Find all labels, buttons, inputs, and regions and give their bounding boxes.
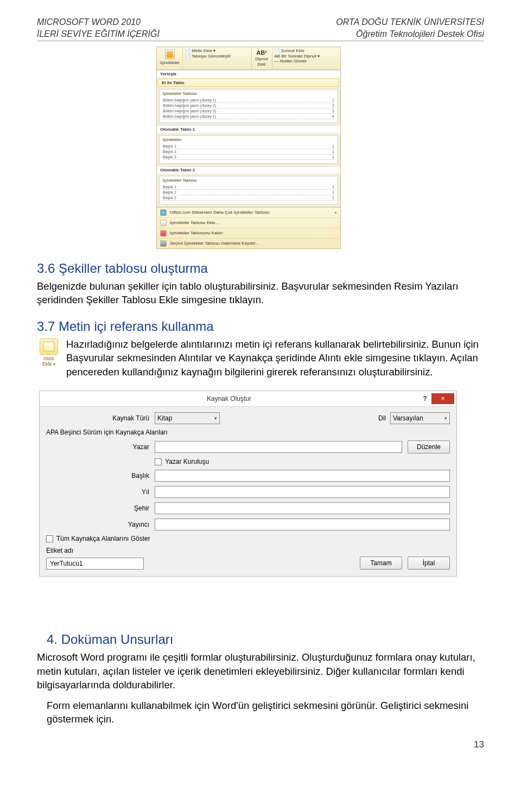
dd-footer-officecom[interactable]: Office.com Sitesinden Daha Çok İçindekil… [157, 207, 340, 218]
heading-4: 4. Doküman Unsurları [47, 632, 484, 647]
alinti-ekle-icon [40, 338, 58, 355]
dd-preview-auto2-title: İçindekiler Tablosu [163, 178, 334, 182]
page: MICROSOFT WORD 2010 İLERİ SEVİYE EĞİTİM … [0, 0, 521, 772]
chevron-down-icon: ▾ [214, 415, 217, 421]
header-right-line2: Öğretim Teknolojileri Destek Ofisi [336, 28, 484, 40]
toc-button[interactable]: İçindekiler [157, 47, 183, 69]
dil-value: Varsayılan [393, 414, 423, 422]
globe-icon [160, 209, 167, 216]
header-left-line1: MICROSOFT WORD 2010 [37, 16, 160, 28]
tabloyu-guncellestir-button[interactable]: 📄 Tabloyu Güncelleştir [185, 54, 249, 59]
ab-icon: AB¹ [255, 49, 269, 56]
duzenle-button[interactable]: Düzenle [408, 440, 450, 453]
tabloyu-guncellestir-label: Tabloyu Güncelleştir [192, 54, 231, 59]
p3l2n: 1 [332, 196, 334, 200]
dil-select[interactable]: Varsayılan▾ [390, 412, 450, 424]
yazar-input[interactable] [155, 441, 402, 453]
p1l0n: 1 [332, 98, 334, 102]
page-number: 13 [37, 739, 484, 750]
p2l2n: 1 [332, 155, 334, 159]
yazar-kurulusu-checkbox[interactable] [155, 458, 162, 465]
dialog-titlebar: Kaynak Oluştur ? × [40, 391, 456, 407]
p1l1n: 2 [332, 104, 334, 107]
dd-preview-auto1[interactable]: İçindekiler Başlık 11 Başlık 21 Başlık 3… [159, 135, 338, 164]
dd-section-yerlesik: Yerleşik [157, 70, 340, 78]
etiket-adi-input[interactable] [46, 558, 144, 570]
dd-footer-kaydet-label: Seçimi İçindekiler Tablosu Galerisine Ka… [170, 241, 259, 246]
bir-sonraki-dipnot-button[interactable]: AB Bir Sonraki Dipnot ▾ [275, 54, 339, 59]
baslik-label: Başlık [46, 472, 155, 479]
notlari-goster-label: Notları Göster [280, 59, 307, 63]
chevron-down-icon: ▾ [53, 362, 55, 367]
help-button[interactable]: ? [418, 393, 431, 404]
close-button[interactable]: × [431, 393, 454, 404]
header-right-line1: ORTA DOĞU TEKNİK ÜNİVERSİTESİ [336, 16, 484, 28]
dd-preview-manual-title: İçindekiler Tablosu [163, 92, 334, 95]
alinti-ekle-icon-block: Alıntı Ekle ▾ [37, 338, 61, 367]
ribbon-right-group: 📄 Sonnot Ekle AB Bir Sonraki Dipnot ▾ — … [272, 47, 341, 69]
kaynak-olustur-dialog: Kaynak Oluştur ? × Kaynak Türü Kitap▾ Di… [39, 391, 457, 577]
dd-footer-ekle-label: İçindekiler Tablosu Ekle... [170, 220, 219, 225]
paragraph-4b: Form elemanlarını kullanabilmek için Wor… [47, 699, 484, 726]
dd-section-el-ile-tablo[interactable]: El ile Tablo [158, 79, 339, 87]
yayinci-input[interactable] [155, 519, 450, 530]
yazar-label: Yazar [46, 443, 155, 451]
yazar-kurulusu-label: Yazar Kuruluşu [165, 458, 209, 465]
header-left: MICROSOFT WORD 2010 İLERİ SEVİYE EĞİTİM … [37, 16, 160, 40]
dd-footer-officecom-label: Office.com Sitesinden Daha Çok İçindekil… [170, 210, 269, 215]
p3l2t: Başlık 3 [163, 196, 176, 200]
dd-section-auto1[interactable]: Otomatik Tablo 1 [157, 125, 340, 133]
header-left-line2: İLERİ SEVİYE EĞİTİM İÇERİĞİ [37, 28, 160, 40]
bir-sonraki-dipnot-label: Bir Sonraki Dipnot [281, 54, 316, 59]
dd-footer-ekle[interactable]: İçindekiler Tablosu Ekle... [157, 218, 340, 228]
etiket-adi-label: Etiket adı [46, 547, 144, 554]
dipnot-ekle-label: Dipnot Ekle [255, 56, 269, 67]
p1l3n: 4 [332, 114, 334, 118]
p3l1n: 1 [332, 190, 334, 194]
dd-preview-manual[interactable]: İçindekiler Tablosu Bölüm başlığını yazı… [159, 89, 338, 123]
toc-dropdown-screenshot: İçindekiler 📄 Metin Ekle ▾ 📄 Tabloyu Gün… [156, 47, 341, 248]
baslik-input[interactable] [155, 470, 450, 482]
dd-preview-auto2[interactable]: İçindekiler Tablosu Başlık 11 Başlık 21 … [159, 176, 338, 204]
yil-input[interactable] [155, 486, 450, 498]
dd-section-auto2[interactable]: Otomatik Tablo 2 [157, 166, 340, 174]
notlari-goster-button[interactable]: — Notları Göster [275, 59, 339, 64]
save-icon [160, 240, 167, 247]
alinti-ekle-label2: Ekle ▾ [37, 361, 61, 367]
paragraph-3-7: Hazırladığınız belgelerde alıntılarınızı… [37, 337, 484, 379]
toc-button-label: İçindekiler [160, 60, 179, 66]
chevron-down-icon: ▾ [444, 415, 447, 421]
running-header: MICROSOFT WORD 2010 İLERİ SEVİYE EĞİTİM … [37, 16, 484, 41]
ribbon-middle-group: 📄 Metin Ekle ▾ 📄 Tabloyu Güncelleştir [183, 47, 252, 69]
dialog-body: Kaynak Türü Kitap▾ Dil Varsayılan▾ APA B… [40, 407, 456, 576]
dd-footer-kaldir-label: İçindekiler Tablosunu Kaldır [170, 231, 223, 235]
dipnot-ekle-button[interactable]: AB¹ Dipnot Ekle [252, 47, 272, 69]
heading-3-6: 3.6 Şekiller tablosu oluşturma [37, 261, 484, 276]
dd-footer-kaydet[interactable]: Seçimi İçindekiler Tablosu Galerisine Ka… [157, 238, 340, 248]
sonnot-ekle-label: Sonnot Ekle [281, 48, 304, 53]
tamam-button[interactable]: Tamam [360, 557, 402, 570]
kaynak-turu-label: Kaynak Türü [46, 414, 155, 422]
p3l0t: Başlık 1 [163, 185, 176, 189]
dd-footer-kaldir[interactable]: İçindekiler Tablosunu Kaldır [157, 228, 340, 238]
kaynak-turu-select[interactable]: Kitap▾ [155, 412, 220, 424]
tum-alanlar-checkbox[interactable] [46, 535, 53, 542]
apa-section-label: APA Beşinci Sürüm için Kaynakça Alanları [46, 429, 450, 436]
p1l2t: Bölüm başlığını yazın (düzey 3) [163, 109, 216, 113]
p1l1t: Bölüm başlığını yazın (düzey 2) [163, 104, 216, 107]
document-icon [160, 220, 167, 226]
p3l0n: 1 [332, 185, 334, 189]
ribbon-row: İçindekiler 📄 Metin Ekle ▾ 📄 Tabloyu Gün… [157, 47, 340, 69]
metin-ekle-button[interactable]: 📄 Metin Ekle ▾ [185, 48, 249, 54]
chevron-right-icon: ▸ [335, 210, 337, 215]
sehir-input[interactable] [155, 502, 450, 514]
p1l0t: Bölüm başlığını yazın (düzey 1) [163, 98, 216, 102]
p2l0t: Başlık 1 [163, 144, 176, 148]
iptal-button[interactable]: İptal [408, 557, 450, 570]
header-right: ORTA DOĞU TEKNİK ÜNİVERSİTESİ Öğretim Te… [336, 16, 484, 40]
dd-footer: Office.com Sitesinden Daha Çok İçindekil… [157, 207, 340, 248]
sehir-label: Şehir [46, 504, 155, 512]
toc-icon [165, 49, 175, 59]
kaynak-turu-value: Kitap [157, 414, 172, 422]
sonnot-ekle-button[interactable]: 📄 Sonnot Ekle [275, 48, 339, 54]
